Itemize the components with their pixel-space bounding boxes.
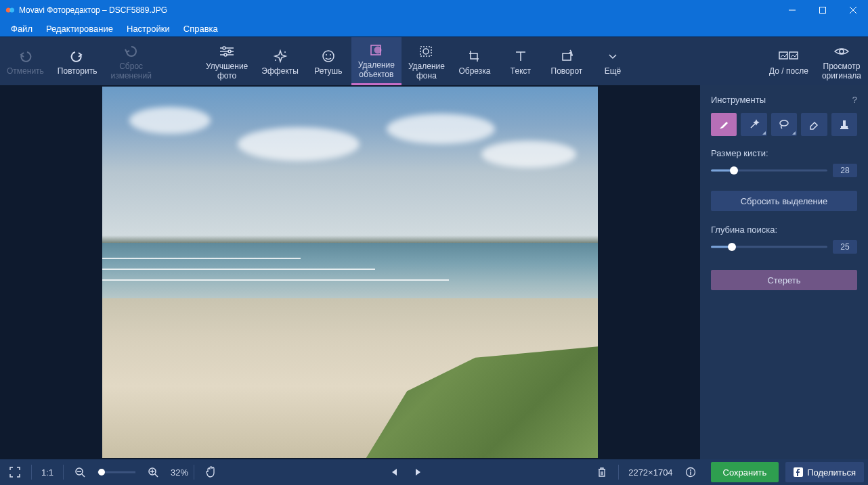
sparkle-icon bbox=[272, 47, 288, 66]
menu-file[interactable]: Файл bbox=[4, 22, 39, 35]
brush-tool[interactable] bbox=[711, 113, 737, 136]
share-button[interactable]: Поделиться bbox=[785, 462, 864, 482]
menu-settings[interactable]: Настройки bbox=[120, 22, 177, 35]
eraser-tool[interactable] bbox=[801, 113, 827, 136]
svg-point-8 bbox=[323, 51, 334, 62]
brush-size-slider[interactable] bbox=[711, 166, 827, 175]
zoom-percent: 32% bbox=[171, 467, 188, 478]
erase-button[interactable]: Стереть bbox=[711, 270, 857, 290]
reset-selection-button[interactable]: Сбросить выделение bbox=[711, 191, 857, 211]
crop-button[interactable]: Обрезка bbox=[452, 37, 498, 85]
magic-wand-tool[interactable] bbox=[741, 113, 766, 136]
undo-icon bbox=[18, 47, 32, 66]
svg-point-9 bbox=[326, 54, 327, 55]
maximize-button[interactable] bbox=[807, 0, 838, 20]
rotate-label: Поворот bbox=[551, 67, 583, 76]
rotate-button[interactable]: Поворот bbox=[544, 37, 590, 85]
reset-label: Сброс изменений bbox=[110, 62, 151, 81]
object-removal-button[interactable]: Удаление объектов bbox=[351, 37, 402, 85]
eye-icon bbox=[833, 42, 850, 61]
lasso-tool[interactable] bbox=[771, 113, 797, 136]
svg-point-4 bbox=[228, 50, 231, 53]
svg-point-3 bbox=[223, 47, 225, 49]
search-depth-slider[interactable] bbox=[711, 242, 827, 252]
titlebar: Movavi Фоторедактор – DSCF5889.JPG bbox=[0, 0, 868, 20]
svg-point-6 bbox=[284, 51, 286, 53]
svg-point-18 bbox=[840, 49, 844, 53]
info-button[interactable] bbox=[680, 461, 701, 483]
svg-point-10 bbox=[330, 54, 331, 55]
before-after-label: До / после bbox=[769, 67, 808, 76]
svg-rect-22 bbox=[840, 128, 848, 129]
brush-size-label: Размер кисти: bbox=[711, 148, 857, 158]
stamp-tool[interactable] bbox=[831, 113, 857, 136]
undo-button[interactable]: Отменить bbox=[0, 37, 51, 85]
sliders-icon bbox=[219, 42, 235, 61]
zoom-in-button[interactable] bbox=[142, 461, 164, 483]
canvas-area[interactable] bbox=[0, 85, 700, 459]
retouch-button[interactable]: Ретушь bbox=[305, 37, 351, 85]
prev-button[interactable] bbox=[383, 461, 405, 483]
effects-button[interactable]: Эффекты bbox=[255, 37, 305, 85]
actual-size-button[interactable]: 1:1 bbox=[37, 461, 58, 483]
bg-removal-button[interactable]: Удаление фона bbox=[402, 37, 452, 85]
undo-label: Отменить bbox=[7, 67, 44, 76]
minimize-button[interactable] bbox=[777, 0, 807, 20]
side-panel: Инструменты ? Размер кисти: 28 Сбросить … bbox=[700, 85, 868, 459]
object-removal-label: Удаление объектов bbox=[358, 61, 395, 80]
search-depth-label: Глубина поиска: bbox=[711, 225, 857, 235]
view-original-button[interactable]: Просмотр оригинала bbox=[815, 37, 868, 85]
svg-point-26 bbox=[690, 469, 691, 471]
text-icon bbox=[513, 47, 529, 66]
crop-icon bbox=[466, 47, 483, 66]
effects-label: Эффекты bbox=[261, 67, 299, 76]
redo-icon bbox=[70, 47, 85, 66]
hand-tool-button[interactable] bbox=[200, 461, 221, 483]
svg-rect-13 bbox=[420, 47, 431, 56]
redo-button[interactable]: Повторить bbox=[51, 37, 104, 85]
save-button[interactable]: Сохранить bbox=[711, 462, 779, 482]
text-button[interactable]: Текст bbox=[498, 37, 544, 85]
panel-title: Инструменты bbox=[711, 95, 766, 105]
facebook-icon bbox=[794, 467, 803, 477]
zoom-out-button[interactable] bbox=[69, 461, 91, 483]
bg-remove-icon bbox=[418, 42, 435, 61]
help-icon[interactable]: ? bbox=[852, 95, 857, 105]
text-label: Текст bbox=[511, 67, 531, 76]
before-after-icon bbox=[779, 47, 799, 66]
enhance-label: Улучшение фото bbox=[206, 62, 248, 81]
svg-point-19 bbox=[780, 120, 788, 126]
delete-button[interactable] bbox=[591, 461, 613, 483]
svg-point-5 bbox=[224, 53, 227, 56]
app-title: Movavi Фоторедактор – DSCF5889.JPG bbox=[19, 5, 167, 15]
close-button[interactable] bbox=[838, 0, 868, 20]
reset-button[interactable]: Сброс изменений bbox=[104, 37, 158, 85]
main-area: Инструменты ? Размер кисти: 28 Сбросить … bbox=[0, 85, 868, 459]
object-remove-icon bbox=[368, 41, 385, 60]
menu-edit[interactable]: Редактирование bbox=[39, 22, 120, 35]
enhance-button[interactable]: Улучшение фото bbox=[199, 37, 255, 85]
search-depth-value: 25 bbox=[833, 240, 857, 254]
rotate-icon bbox=[559, 47, 575, 66]
svg-rect-21 bbox=[841, 126, 848, 128]
svg-point-14 bbox=[423, 49, 429, 54]
svg-point-12 bbox=[374, 47, 381, 53]
view-original-label: Просмотр оригинала bbox=[822, 62, 861, 81]
menu-help[interactable]: Справка bbox=[177, 22, 225, 35]
zoom-slider[interactable] bbox=[97, 467, 135, 477]
more-label: Ещё bbox=[605, 67, 622, 76]
svg-point-1 bbox=[9, 8, 14, 13]
reset-icon bbox=[124, 42, 139, 61]
retouch-label: Ретушь bbox=[314, 67, 342, 76]
chevron-down-icon bbox=[607, 47, 618, 66]
more-button[interactable]: Ещё bbox=[590, 37, 636, 85]
fullscreen-button[interactable] bbox=[4, 461, 26, 483]
before-after-button[interactable]: До / после bbox=[762, 37, 815, 85]
svg-rect-2 bbox=[819, 7, 825, 14]
next-button[interactable] bbox=[408, 461, 429, 483]
toolbar: Отменить Повторить Сброс изменений Улучш… bbox=[0, 37, 868, 85]
face-icon bbox=[320, 47, 337, 66]
menubar: Файл Редактирование Настройки Справка bbox=[0, 20, 868, 37]
svg-rect-15 bbox=[563, 53, 571, 60]
app-logo-icon bbox=[5, 5, 15, 15]
